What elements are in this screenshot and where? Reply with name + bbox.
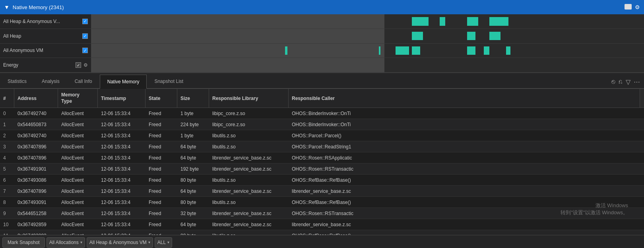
track-checkbox[interactable] xyxy=(82,33,88,39)
track-checkbox[interactable] xyxy=(76,62,81,68)
heap-anonymous-chevron: ▾ xyxy=(148,240,150,244)
gray-overlay xyxy=(91,14,384,29)
track-label: All Heap xyxy=(3,33,80,39)
filter-icon[interactable]: ▽ xyxy=(626,78,630,86)
table-cell: librender_service_base.z.sc xyxy=(289,222,644,227)
table-row[interactable]: 90x544651258AllocEvent12-06 15:33:4Freed… xyxy=(0,208,644,219)
teal-bar xyxy=(412,32,423,40)
table-cell: 0x367492859 xyxy=(14,222,58,227)
tab-native-memory[interactable]: Native Memory xyxy=(100,75,147,89)
table-cell: 4 xyxy=(0,155,14,161)
tab-analysis[interactable]: Analysis xyxy=(34,74,67,88)
track-label-area: All Anonymous VM xyxy=(0,44,91,58)
all-allocations-select[interactable]: All Allocations ▾ xyxy=(47,237,85,248)
track-checkbox[interactable] xyxy=(82,19,88,24)
track-checkbox[interactable] xyxy=(82,48,88,53)
table-cell: 64 byte xyxy=(177,222,209,227)
table-row[interactable]: 110x367493092AllocEvent12-06 15:33:4Free… xyxy=(0,230,644,235)
teal-bar xyxy=(412,17,429,25)
table-row[interactable]: 30x367407896AllocEvent12-06 15:33:4Freed… xyxy=(0,141,644,152)
table-cell: 12-06 15:33:4 xyxy=(98,211,145,216)
mark-snapshot-button[interactable]: Mark Snapshot xyxy=(2,237,45,248)
track-canvas xyxy=(91,44,644,58)
table-header: # Address MemoryType Timestamp State Siz… xyxy=(0,89,644,108)
table-cell: librender_service_base.z.sc xyxy=(289,188,644,194)
table-cell: librender_service_base.z.sc xyxy=(209,155,289,161)
scrollbar-header-placeholder xyxy=(640,89,644,108)
table-row[interactable]: 100x367492859AllocEvent12-06 15:33:4Free… xyxy=(0,219,644,230)
teal-bar xyxy=(467,32,475,40)
track-label: All Anonymous VM xyxy=(3,48,80,53)
track-label: All Heap & Anonymous V... xyxy=(3,19,80,24)
table-row[interactable]: 10x544650873AllocEvent12-06 15:33:4Freed… xyxy=(0,119,644,130)
table-cell: 9 xyxy=(0,211,14,216)
table-cell: 3 xyxy=(0,144,14,150)
table-row[interactable]: 40x367407896AllocEvent12-06 15:33:4Freed… xyxy=(0,152,644,163)
heap-anonymous-select[interactable]: All Heap & Anonymous VM ▾ xyxy=(87,237,153,248)
gray-overlay xyxy=(91,58,384,72)
table-cell: 80 byte xyxy=(177,200,209,205)
table-cell: 0x367493091 xyxy=(14,200,58,205)
more-icon[interactable]: ⋯ xyxy=(634,78,640,86)
teal-bar xyxy=(467,46,475,55)
gear-icon[interactable]: ⚙ xyxy=(635,4,640,10)
table-cell: 12-06 15:33:4 xyxy=(98,122,145,127)
table-cell: 8 xyxy=(0,200,14,205)
table-cell: 12-06 15:33:4 xyxy=(98,133,145,138)
table-cell: 32 byte xyxy=(177,211,209,216)
table-row[interactable]: 50x367491901AllocEvent12-06 15:33:4Freed… xyxy=(0,163,644,175)
track-label-area: Energy⚙ xyxy=(0,58,91,72)
heap-anonymous-label: All Heap & Anonymous VM xyxy=(89,240,147,245)
table-cell: AllocEvent xyxy=(58,177,98,183)
table-cell: AllocEvent xyxy=(58,188,98,194)
table-row[interactable]: 80x367493091AllocEvent12-06 15:33:4Freed… xyxy=(0,197,644,208)
tab-call-info[interactable]: Call Info xyxy=(67,74,100,88)
table-cell: libutils.z.so xyxy=(209,133,289,138)
table-cell: AllocEvent xyxy=(58,122,98,127)
table-cell: Freed xyxy=(145,177,177,183)
table-cell: 12-06 15:33:4 xyxy=(98,166,145,172)
table-cell: OHOS::RefBase::RefBase() xyxy=(289,177,644,183)
table-cell: AllocEvent xyxy=(58,155,98,161)
table-container: # Address MemoryType Timestamp State Siz… xyxy=(0,89,644,235)
table-cell: OHOS::BinderInvoker::OnTi xyxy=(289,111,644,116)
export-icon[interactable]: ⎋ xyxy=(611,78,615,86)
table-cell: 6 xyxy=(0,177,14,183)
table-row[interactable]: 70x367407896AllocEvent12-06 15:33:4Freed… xyxy=(0,186,644,197)
table-row[interactable]: 60x367493086AllocEvent12-06 15:33:4Freed… xyxy=(0,175,644,186)
tab-statistics[interactable]: Statistics xyxy=(0,74,34,88)
table-cell: 0x367493086 xyxy=(14,177,58,183)
table-cell: Freed xyxy=(145,200,177,205)
table-cell: Freed xyxy=(145,133,177,138)
col-header-respcaller: Responsible Caller xyxy=(289,89,640,108)
col-header-size: Size xyxy=(177,89,209,108)
col-header-address: Address xyxy=(14,89,58,108)
table-cell: libipc_core.z.so xyxy=(209,111,289,116)
table-cell: Freed xyxy=(145,111,177,116)
table-cell: Freed xyxy=(145,211,177,216)
table-cell: Freed xyxy=(145,144,177,150)
record-icon[interactable] xyxy=(625,4,632,10)
gray-overlay xyxy=(91,29,384,43)
tab-snapshot-list[interactable]: Snapshot List xyxy=(147,74,191,88)
table-row[interactable]: 20x367492740AllocEvent12-06 15:33:4Freed… xyxy=(0,130,644,141)
table-cell: 12-06 15:33:4 xyxy=(98,200,145,205)
timeline-area: All Heap & Anonymous V...All HeapAll Ano… xyxy=(0,14,644,73)
table-cell: 192 byte xyxy=(177,166,209,172)
table-body[interactable]: 00x367492740AllocEvent12-06 15:33:4Freed… xyxy=(0,108,644,235)
table-cell: Freed xyxy=(145,222,177,227)
import-icon[interactable]: ⎌ xyxy=(619,78,623,86)
table-cell: AllocEvent xyxy=(58,233,98,235)
table-cell: 0 xyxy=(0,111,14,116)
track-gear-icon[interactable]: ⚙ xyxy=(83,62,88,68)
table-row[interactable]: 00x367492740AllocEvent12-06 15:33:4Freed… xyxy=(0,108,644,119)
all-label: ALL xyxy=(157,240,166,245)
collapse-arrow[interactable]: ▼ xyxy=(4,4,10,10)
table-cell: OHOS::RefBase::RefBase() xyxy=(289,200,644,205)
teal-bar xyxy=(506,46,510,55)
all-select[interactable]: ALL ▾ xyxy=(155,237,172,248)
table-cell: 0x367407896 xyxy=(14,188,58,194)
table-cell: librender_service_base.z.sc xyxy=(209,222,289,227)
table-cell: AllocEvent xyxy=(58,211,98,216)
teal-bar xyxy=(484,46,489,55)
